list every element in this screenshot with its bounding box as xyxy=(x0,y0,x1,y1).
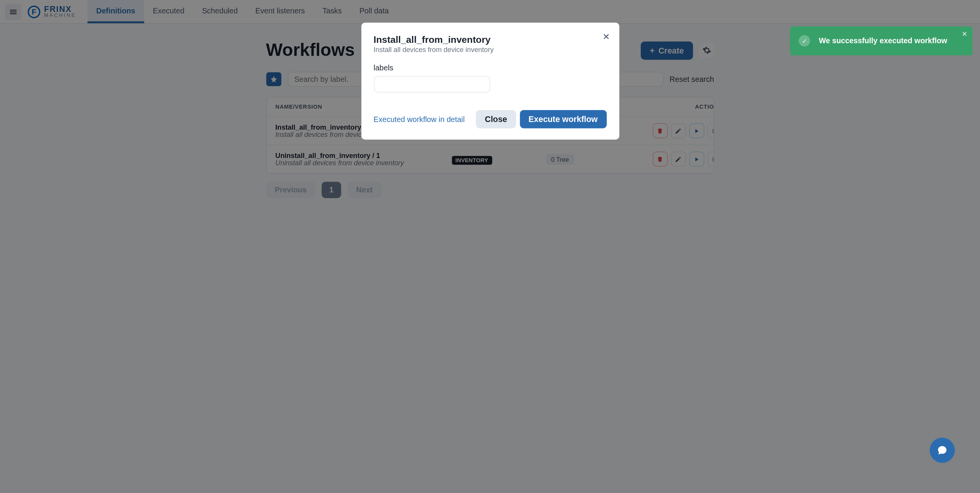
success-toast: ✓ We successfully executed workflow ✕ xyxy=(790,26,972,55)
close-icon: ✕ xyxy=(962,30,967,38)
toast-message: We successfully executed workflow xyxy=(819,36,964,45)
execute-workflow-button[interactable]: Execute workflow xyxy=(520,110,607,129)
labels-input[interactable] xyxy=(374,76,490,93)
modal-title: Install_all_from_inventory xyxy=(374,34,606,45)
check-icon: ✓ xyxy=(799,35,810,47)
execute-workflow-modal: Install_all_from_inventory Install all d… xyxy=(361,23,619,140)
chat-fab-button[interactable] xyxy=(929,438,955,463)
chat-icon xyxy=(937,444,948,456)
toast-close-button[interactable]: ✕ xyxy=(962,30,967,38)
modal-close-button[interactable]: ✕ xyxy=(603,31,610,41)
close-button[interactable]: Close xyxy=(476,110,516,129)
close-icon: ✕ xyxy=(603,31,610,41)
labels-label: labels xyxy=(374,63,606,72)
modal-overlay[interactable]: Install_all_from_inventory Install all d… xyxy=(0,0,980,493)
modal-subtitle: Install all devices from device inventor… xyxy=(374,46,606,54)
executed-detail-link[interactable]: Executed workflow in detail xyxy=(374,115,465,124)
